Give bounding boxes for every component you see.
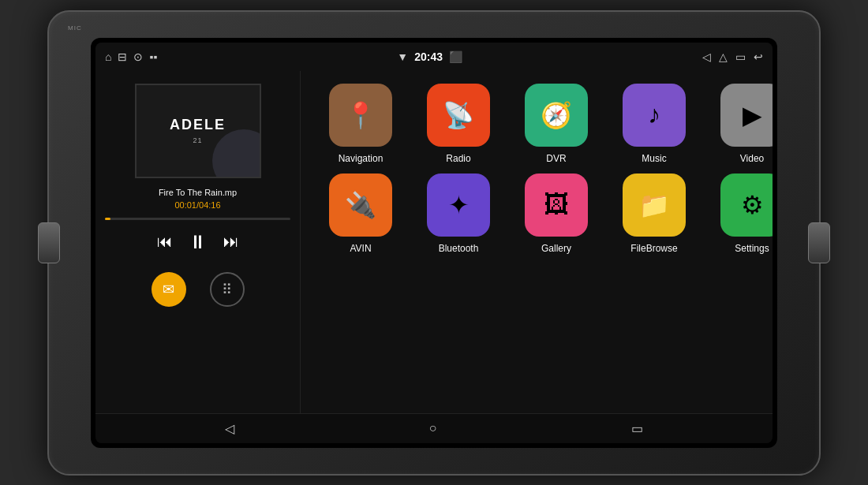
track-time: 00:01/04:16 (174, 200, 220, 210)
apps-icon-button[interactable]: ⠿ (210, 272, 245, 307)
video-label: Video (740, 153, 764, 164)
album-art-decoration (212, 129, 261, 178)
navigation-icon-box: 📍 (329, 84, 392, 147)
app-settings[interactable]: ⚙ Settings (708, 173, 773, 254)
status-left: ⌂ ⊟ ⊙ ▪▪ (105, 50, 157, 63)
status-center: ▼ 20:43 ⬛ (397, 50, 462, 63)
main-content: ADELE 21 Fire To The Rain.mp 00:01/04:16… (95, 71, 773, 413)
bottom-quick-icons: ✉ ⠿ (152, 272, 245, 307)
back-nav-button[interactable]: ◁ (225, 421, 234, 436)
app-filebrowser[interactable]: 📁 FileBrowse (610, 173, 698, 254)
album-title: ADELE (170, 117, 226, 133)
album-art: ADELE 21 (135, 84, 261, 178)
app-grid: 📍 Navigation 📡 Radio 🧭 DVR ♪ (301, 71, 773, 413)
avin-label: AVIN (350, 243, 371, 254)
screen-bezel: ⌂ ⊟ ⊙ ▪▪ ▼ 20:43 ⬛ ◁ △ ▭ ↩ (91, 38, 777, 448)
app-row-2: 🔌 AVIN ✦ Bluetooth 🖼 Gallery 📁 (316, 173, 773, 254)
app-radio[interactable]: 📡 Radio (414, 84, 503, 164)
right-knob (808, 222, 830, 263)
status-bar: ⌂ ⊟ ⊙ ▪▪ ▼ 20:43 ⬛ ◁ △ ▭ ↩ (95, 43, 773, 71)
mic-label: MIC (68, 24, 82, 32)
gallery-label: Gallery (541, 243, 571, 254)
app-bluetooth[interactable]: ✦ Bluetooth (414, 173, 503, 254)
screen-status-icon: ▭ (735, 50, 746, 63)
status-right: ◁ △ ▭ ↩ (702, 50, 763, 63)
bluetooth-label: Bluetooth (439, 243, 479, 254)
album-subtitle: 21 (193, 136, 202, 144)
filebrowser-label: FileBrowse (630, 243, 677, 254)
player-controls[interactable]: ⏮ ⏸ ⏭ (157, 231, 239, 253)
left-knob (38, 222, 60, 263)
device-body: MIC ⌂ ⊟ ⊙ ▪▪ ▼ 20:43 ⬛ ◁ △ ▭ (47, 10, 821, 476)
track-name: Fire To The Rain.mp (159, 188, 237, 197)
filebrowser-icon-box: 📁 (623, 173, 686, 237)
home-icon: ⌂ (105, 50, 111, 63)
message-icon-button[interactable]: ✉ (152, 272, 186, 307)
navigation-label: Navigation (339, 153, 383, 164)
gallery-icon-box: 🖼 (525, 173, 588, 237)
status-time: 20:43 (414, 50, 443, 63)
music-label: Music (642, 153, 666, 164)
app-music[interactable]: ♪ Music (610, 84, 698, 164)
record-icon: ⊙ (133, 50, 143, 63)
app-video[interactable]: ▶ Video (708, 84, 773, 164)
eject-status-icon: △ (719, 50, 728, 63)
music-player-panel: ADELE 21 Fire To The Rain.mp 00:01/04:16… (95, 71, 301, 413)
app-gallery[interactable]: 🖼 Gallery (512, 173, 600, 254)
window-icon: ⊟ (118, 50, 127, 63)
bluetooth-icon-box: ✦ (427, 173, 490, 237)
dvr-label: DVR (546, 153, 566, 164)
music-icon-box: ♪ (623, 84, 686, 147)
wifi-icon: ▼ (397, 50, 408, 63)
settings-label: Settings (735, 243, 769, 254)
settings-icon-box: ⚙ (720, 173, 773, 237)
progress-fill (105, 218, 110, 220)
volume-status-icon: ◁ (702, 50, 711, 63)
home-nav-button[interactable]: ○ (429, 421, 437, 435)
radio-icon-box: 📡 (427, 84, 490, 147)
next-button[interactable]: ⏭ (223, 233, 239, 251)
back-status-icon: ↩ (754, 50, 763, 63)
app-avin[interactable]: 🔌 AVIN (316, 173, 405, 254)
app-row-1: 📍 Navigation 📡 Radio 🧭 DVR ♪ (316, 84, 773, 164)
app-dvr[interactable]: 🧭 DVR (512, 84, 600, 164)
app-navigation[interactable]: 📍 Navigation (316, 84, 405, 164)
video-icon-box: ▶ (720, 84, 773, 147)
radio-label: Radio (446, 153, 470, 164)
dvr-icon-box: 🧭 (525, 84, 588, 147)
bottom-nav: ◁ ○ ▭ (95, 413, 773, 443)
battery-icon: ▪▪ (149, 50, 157, 63)
play-pause-button[interactable]: ⏸ (189, 231, 208, 253)
screen: ⌂ ⊟ ⊙ ▪▪ ▼ 20:43 ⬛ ◁ △ ▭ ↩ (95, 43, 773, 443)
camera-status-icon: ⬛ (449, 50, 462, 63)
prev-button[interactable]: ⏮ (157, 233, 173, 251)
recent-nav-button[interactable]: ▭ (631, 421, 643, 436)
avin-icon-box: 🔌 (329, 173, 392, 237)
progress-bar (105, 218, 290, 220)
